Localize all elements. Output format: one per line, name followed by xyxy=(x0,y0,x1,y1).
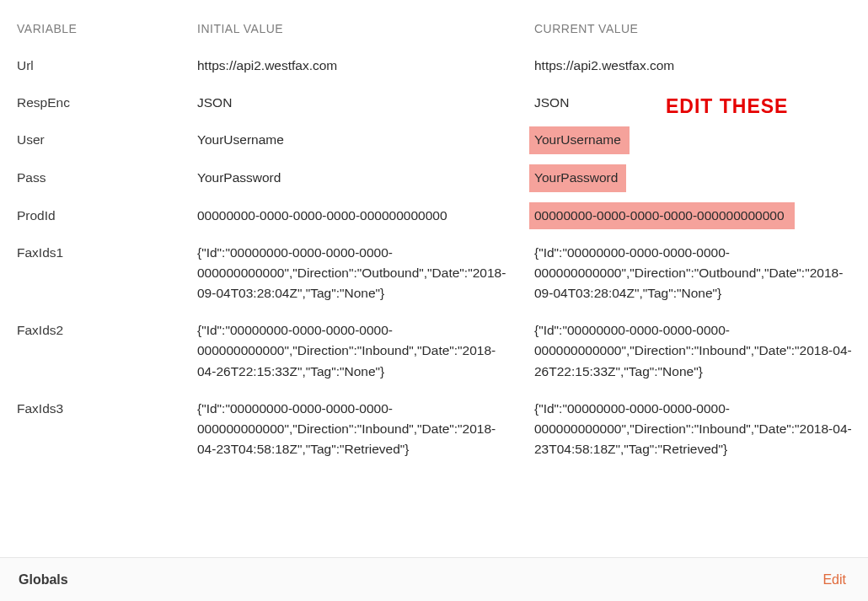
initial-value-cell[interactable]: JSON xyxy=(180,84,517,121)
table-row: UserYourUsernameYourUsername xyxy=(0,121,868,159)
current-value-cell[interactable]: {"Id":"00000000-0000-0000-0000-000000000… xyxy=(517,234,868,312)
current-value-cell[interactable]: {"Id":"00000000-0000-0000-0000-000000000… xyxy=(517,390,868,468)
edit-these-annotation: EDIT THESE xyxy=(666,95,788,118)
column-header-initial: INITIAL VALUE xyxy=(180,7,517,47)
edit-button[interactable]: Edit xyxy=(822,572,846,588)
current-value-cell[interactable]: https://api2.westfax.com xyxy=(517,47,868,84)
highlighted-value[interactable]: YourPassword xyxy=(529,164,626,192)
current-value-cell[interactable]: YourPassword xyxy=(517,159,868,197)
variable-name-cell[interactable]: FaxIds2 xyxy=(0,312,180,389)
variables-table-container: VARIABLE INITIAL VALUE CURRENT VALUE Url… xyxy=(0,0,868,468)
initial-value-cell[interactable]: {"Id":"00000000-0000-0000-0000-000000000… xyxy=(180,312,517,389)
table-header-row: VARIABLE INITIAL VALUE CURRENT VALUE xyxy=(0,7,868,47)
table-row: ProdId00000000-0000-0000-0000-0000000000… xyxy=(0,197,868,235)
variable-name-cell[interactable]: ProdId xyxy=(0,197,180,235)
table-row: PassYourPasswordYourPassword xyxy=(0,159,868,197)
variable-name-cell[interactable]: FaxIds3 xyxy=(0,390,180,468)
column-header-current: CURRENT VALUE xyxy=(517,7,868,47)
footer-bar: Globals Edit xyxy=(0,557,868,601)
table-row: FaxIds1{"Id":"00000000-0000-0000-0000-00… xyxy=(0,234,868,312)
variable-name-cell[interactable]: User xyxy=(0,121,180,159)
variable-name-cell[interactable]: Url xyxy=(0,47,180,84)
globals-label: Globals xyxy=(19,572,68,588)
current-value-cell[interactable]: 00000000-0000-0000-0000-000000000000 xyxy=(517,197,868,235)
variable-name-cell[interactable]: Pass xyxy=(0,159,180,197)
current-value-cell[interactable]: YourUsername xyxy=(517,121,868,159)
variables-table: VARIABLE INITIAL VALUE CURRENT VALUE Url… xyxy=(0,7,868,468)
initial-value-cell[interactable]: 00000000-0000-0000-0000-000000000000 xyxy=(180,197,517,235)
initial-value-cell[interactable]: {"Id":"00000000-0000-0000-0000-000000000… xyxy=(180,234,517,312)
table-row: FaxIds3{"Id":"00000000-0000-0000-0000-00… xyxy=(0,390,868,468)
highlighted-value[interactable]: YourUsername xyxy=(529,126,630,154)
variable-name-cell[interactable]: FaxIds1 xyxy=(0,234,180,312)
initial-value-cell[interactable]: YourPassword xyxy=(180,159,517,197)
current-value-cell[interactable]: {"Id":"00000000-0000-0000-0000-000000000… xyxy=(517,312,868,389)
initial-value-cell[interactable]: https://api2.westfax.com xyxy=(180,47,517,84)
table-row: Urlhttps://api2.westfax.comhttps://api2.… xyxy=(0,47,868,84)
variable-name-cell[interactable]: RespEnc xyxy=(0,84,180,121)
initial-value-cell[interactable]: {"Id":"00000000-0000-0000-0000-000000000… xyxy=(180,390,517,468)
initial-value-cell[interactable]: YourUsername xyxy=(180,121,517,159)
highlighted-value[interactable]: 00000000-0000-0000-0000-000000000000 xyxy=(529,202,795,230)
table-row: FaxIds2{"Id":"00000000-0000-0000-0000-00… xyxy=(0,312,868,389)
column-header-variable: VARIABLE xyxy=(0,7,180,47)
